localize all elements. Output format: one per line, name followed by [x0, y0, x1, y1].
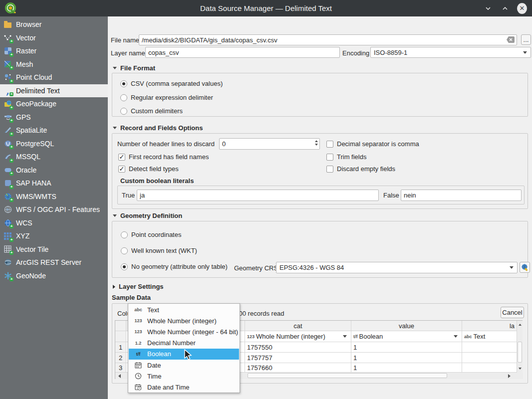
radio-point-coordinates[interactable]: Point coordinates: [121, 231, 181, 238]
sidebar-item-geopackage[interactable]: + GeoPackage: [0, 97, 108, 111]
sidebar-item-gps[interactable]: + GPS: [0, 111, 108, 124]
cancel-detection-button[interactable]: Cancel: [501, 307, 524, 318]
table-cell[interactable]: [462, 363, 517, 373]
integer-type-icon: 123: [247, 334, 255, 339]
type-select-cat[interactable]: 123 Whole Number (integer): [245, 331, 351, 342]
geometry-crs-select[interactable]: EPSG:4326 - WGS 84: [276, 262, 518, 273]
menu-item-date[interactable]: Date: [129, 360, 239, 371]
sidebar-item-delimited-text[interactable]: , + Delimited Text: [0, 84, 108, 98]
table-cell[interactable]: 1757660: [245, 363, 351, 373]
menu-item-text[interactable]: abc Text: [129, 304, 239, 315]
sidebar-item-label: PostgreSQL: [16, 140, 54, 148]
radio-custom-delimiters[interactable]: Custom delimiters: [120, 107, 183, 115]
radio-no-geometry[interactable]: No geometry (attribute only table): [121, 263, 228, 270]
vertical-scroll-thumb[interactable]: [518, 342, 522, 363]
trim-fields-checkbox[interactable]: Trim fields: [326, 153, 366, 161]
table-cell[interactable]: 1: [351, 353, 462, 363]
sidebar-item-geonode[interactable]: + GeoNode: [0, 269, 108, 283]
table-cell[interactable]: 1: [351, 342, 462, 353]
header-lines-label: Number of header lines to discard: [117, 140, 215, 148]
radio-regex-delimiter[interactable]: Regular expression delimiter: [120, 94, 213, 101]
geometry-crs-value: EPSG:4326 - WGS 84: [279, 264, 344, 271]
checkbox-label: Detect field types: [129, 165, 179, 173]
geometry-crs-label: Geometry CRS: [234, 264, 278, 272]
sidebar-item-xyz[interactable]: + XYZ: [0, 229, 108, 243]
false-literal-input[interactable]: [401, 190, 522, 201]
sidebar-item-wms-wmts[interactable]: + WMS/WMTS: [0, 190, 108, 203]
menu-item-label: Decimal Number: [147, 339, 196, 347]
collapsed-icon: [113, 285, 115, 289]
sidebar-item-postgresql[interactable]: + PostgreSQL: [0, 137, 108, 151]
spinbox-arrows-icon[interactable]: [315, 140, 318, 146]
sidebar-item-label: SpatiaLite: [16, 126, 47, 134]
sidebar-item-wfs[interactable]: WFS / OGC API - Features: [0, 203, 108, 216]
column-header-value[interactable]: value: [351, 321, 462, 331]
menu-item-integer[interactable]: 123 Whole Number (integer): [129, 315, 239, 326]
shade-button[interactable]: [483, 3, 493, 13]
table-cell[interactable]: [462, 353, 517, 363]
sidebar-item-point-cloud[interactable]: + Point Cloud: [0, 71, 108, 84]
browse-file-button[interactable]: ...: [521, 34, 531, 45]
scroll-right-icon[interactable]: [506, 373, 512, 379]
row-number-cell[interactable]: 1: [115, 342, 126, 353]
radio-csv[interactable]: CSV (comma separated values): [120, 80, 223, 87]
true-literal-input[interactable]: [137, 190, 379, 201]
file-format-group: CSV (comma separated values) Regular exp…: [112, 73, 528, 117]
sidebar-item-spatialite[interactable]: + SpatiaLite: [0, 124, 108, 137]
radio-icon: [121, 263, 128, 270]
decimal-separator-checkbox[interactable]: Decimal separator is comma: [326, 140, 419, 148]
scroll-left-icon[interactable]: [116, 373, 122, 379]
file-name-input[interactable]: [139, 34, 517, 45]
encoding-label: Encoding: [342, 49, 369, 57]
detect-types-checkbox[interactable]: ✓ Detect field types: [118, 165, 179, 173]
menu-item-time[interactable]: Time: [129, 371, 239, 382]
sidebar-item-arcgis-rest[interactable]: ArcGIS REST Server: [0, 256, 108, 269]
sidebar-item-wcs[interactable]: + WCS: [0, 216, 108, 230]
column-header-la[interactable]: la: [462, 321, 517, 331]
sidebar-item-browser[interactable]: Browser: [0, 18, 108, 31]
sidebar-item-mesh[interactable]: + Mesh: [0, 58, 108, 71]
type-select-value-col[interactable]: t/f Boolean: [351, 331, 462, 342]
record-fields-group: Number of header lines to discard Decima…: [112, 133, 528, 209]
file-format-header[interactable]: File Format: [113, 64, 155, 72]
radio-wkt[interactable]: Well known text (WKT): [121, 247, 197, 254]
horizontal-scroll-thumb[interactable]: [248, 373, 447, 378]
encoding-select[interactable]: ISO-8859-1: [370, 47, 531, 58]
row-number-cell[interactable]: 3: [115, 363, 126, 373]
sidebar-item-mssql[interactable]: + MSSQL: [0, 150, 108, 164]
layer-settings-header[interactable]: Layer Settings: [113, 283, 164, 290]
table-cell[interactable]: [462, 342, 517, 353]
maximize-button[interactable]: [500, 3, 510, 13]
table-cell[interactable]: 1757757: [245, 353, 351, 363]
discard-empty-checkbox[interactable]: Discard empty fields: [326, 165, 395, 173]
layer-name-input[interactable]: [145, 47, 340, 58]
table-cell[interactable]: 1: [351, 363, 462, 373]
sidebar-item-raster[interactable]: + Raster: [0, 44, 108, 58]
first-record-checkbox[interactable]: ✓ First record has field names: [118, 153, 209, 161]
column-header-label: cat: [293, 322, 302, 330]
type-select-la[interactable]: abc Text: [462, 331, 517, 342]
sidebar-item-vector-tile[interactable]: + Vector Tile: [0, 243, 108, 256]
sidebar-item-vector[interactable]: + Vector: [0, 31, 108, 45]
geometry-definition-header[interactable]: Geometry Definition: [113, 212, 182, 219]
text-type-icon: abc: [464, 334, 472, 339]
scroll-down-icon[interactable]: [517, 366, 523, 372]
column-header-cat[interactable]: cat: [245, 321, 351, 331]
field-type-menu: abc Text 123 Whole Number (integer) 123 …: [128, 303, 240, 393]
sidebar-item-oracle[interactable]: + Oracle: [0, 164, 108, 177]
row-number-cell[interactable]: 2: [115, 353, 126, 363]
geometry-definition-group: Point coordinates Well known text (WKT) …: [112, 221, 528, 278]
menu-item-integer64[interactable]: 123 Whole Number (integer - 64 bit): [129, 326, 239, 337]
close-button[interactable]: ✕: [517, 3, 527, 13]
menu-item-decimal[interactable]: 1.2 Decimal Number: [129, 338, 239, 349]
record-fields-header[interactable]: Record and Fields Options: [113, 124, 203, 132]
sidebar-item-label: GPS: [16, 113, 31, 121]
vertical-scrollbar[interactable]: [517, 321, 523, 373]
plus-badge-icon: +: [9, 251, 13, 255]
scroll-up-icon[interactable]: [517, 322, 523, 328]
header-lines-spinbox[interactable]: [219, 138, 320, 150]
select-crs-button[interactable]: [520, 262, 530, 273]
table-cell[interactable]: 1757550: [245, 342, 351, 353]
sidebar-item-sap-hana[interactable]: + SAP HANA: [0, 177, 108, 190]
menu-item-datetime[interactable]: Date and Time: [129, 382, 239, 393]
